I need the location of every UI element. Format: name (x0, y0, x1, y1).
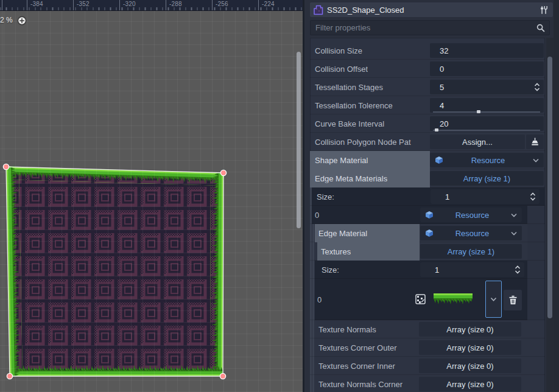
texture-normals-array-button[interactable]: Array (size 0) (419, 322, 521, 337)
edge-meta-materials-array-button[interactable]: Array (size 1) (430, 171, 544, 186)
point-handle-top-left[interactable] (3, 164, 9, 169)
spinbox-updown-icon[interactable] (534, 83, 540, 91)
property-row-collision-offset: Collision Offset 0 (310, 60, 545, 78)
delete-texture-button[interactable] (504, 290, 522, 310)
property-row-textures-corner-inner: Textures Corner Inner Array (size 0) (310, 357, 545, 375)
property-row-edge-meta-materials: Edge Meta Materials Array (size 1) (310, 169, 545, 187)
collision-offset-field[interactable]: 0 (430, 61, 544, 76)
point-handle-bottom-left[interactable] (7, 373, 12, 379)
texture-options-dropdown-button[interactable] (485, 281, 502, 318)
chevron-down-icon (511, 231, 517, 236)
point-handle-bottom-right[interactable] (220, 373, 225, 379)
property-label: Tessellation Stages (315, 83, 383, 92)
filter-properties-input[interactable]: Filter properties (310, 20, 550, 35)
ruler-label: -384 (30, 1, 43, 7)
horizontal-ruler: -384 -352 -320 -288 -256 -224 (0, 0, 303, 11)
edge-meta-item-resource-dropdown[interactable]: Resource (420, 208, 522, 222)
curve-bake-interval-field[interactable]: 20 (430, 116, 544, 131)
object-tools-button[interactable] (540, 5, 548, 15)
property-label: Tessellation Tolerence (315, 101, 393, 110)
slider-grabber[interactable] (435, 128, 438, 131)
ruler-label: -352 (77, 1, 90, 7)
tessellation-tolerence-value: 4 (440, 101, 444, 110)
slider-track[interactable] (433, 111, 540, 113)
resource-label: Resource (434, 211, 511, 220)
viewport-vertical-scrollbar[interactable] (297, 52, 301, 228)
property-label: Collision Polygon Node Pat (315, 138, 411, 147)
textures-size-field[interactable]: 1 (420, 262, 524, 277)
property-label: Texture Normals Corner (318, 380, 403, 389)
property-row-tessellation-tolerence: Tessellation Tolerence 4 (310, 96, 545, 114)
object-tools-icon (540, 5, 548, 15)
shape-fill (6, 167, 223, 376)
editor-window: -384 -352 -320 -288 -256 -224 2 % SS2D_S… (0, 0, 559, 392)
array-index-label: 0 (315, 211, 319, 220)
property-row-collision-polygon-node-path: Collision Polygon Node Pat Assign... (310, 133, 545, 151)
tessellation-stages-field[interactable]: 5 (430, 80, 544, 94)
slider-track[interactable] (433, 130, 540, 131)
property-row-curve-bake-interval: Curve Bake Interval 20 (310, 114, 545, 133)
shape-2d[interactable] (0, 0, 303, 392)
property-label: Textures Corner Inner (318, 362, 395, 371)
property-label: Edge Material (318, 229, 367, 238)
shape-edge-bottom (10, 363, 223, 376)
property-label: Collision Offset (315, 65, 368, 74)
filter-placeholder: Filter properties (315, 23, 370, 32)
resource-cube-icon (425, 229, 434, 237)
inspector-scrollbar-thumb[interactable] (547, 57, 552, 318)
array-size-label: Array (size 1) (448, 247, 494, 256)
panel-splitter[interactable] (303, 0, 304, 392)
array-size-label: Array (size 0) (446, 362, 493, 371)
property-label: Textures (321, 247, 351, 256)
chevron-down-icon (533, 158, 539, 163)
assign-node-path-button[interactable]: Assign... (430, 135, 525, 149)
assign-button-label: Assign... (462, 138, 493, 147)
chevron-down-icon (511, 213, 517, 217)
texture-normals-corner-array-button[interactable]: Array (size 0) (419, 377, 521, 391)
ruler-label: -256 (216, 1, 228, 7)
texture-file-icon (415, 294, 426, 304)
edge-material-resource-dropdown[interactable]: Resource (420, 226, 522, 240)
slider-grabber[interactable] (477, 110, 480, 113)
ss2d-shape-closed-icon (313, 5, 323, 15)
clear-node-path-button[interactable] (526, 135, 544, 149)
property-label: Textures Corner Outer (318, 343, 397, 352)
textures-array-button[interactable]: Array (size 1) (420, 244, 522, 259)
spinbox-updown-icon[interactable] (515, 265, 521, 274)
inspector-header: SS2D_Shape_Closed (310, 2, 553, 17)
property-label: Size: (317, 192, 334, 201)
chevron-down-icon (490, 297, 497, 302)
array-size-label: Array (size 0) (446, 380, 493, 389)
property-label: Size: (322, 265, 339, 275)
spinbox-updown-icon[interactable] (530, 192, 536, 201)
array-size-label: Array (size 0) (446, 325, 493, 334)
resource-cube-icon (425, 211, 434, 219)
collision-size-field[interactable]: 32 (430, 43, 544, 58)
edge-meta-size-value: 1 (445, 192, 449, 201)
tessellation-tolerence-field[interactable]: 4 (430, 98, 544, 113)
grass-texture-thumbnail[interactable] (434, 293, 473, 306)
textures-corner-outer-array-button[interactable]: Array (size 0) (419, 340, 521, 355)
property-row-texture-normals: Texture Normals Array (size 0) (310, 320, 545, 338)
inspected-node-title: SS2D_Shape_Closed (327, 5, 404, 15)
zoom-percent-label[interactable]: 2 % (0, 16, 13, 24)
edge-meta-size-field[interactable]: 1 (431, 189, 540, 204)
property-row-textures: Textures Array (size 1) (310, 242, 545, 261)
resource-label: Resource (434, 229, 511, 238)
add-point-icon[interactable] (17, 16, 27, 26)
textures-corner-inner-array-button[interactable]: Array (size 0) (419, 359, 521, 373)
resource-cube-icon (435, 156, 443, 164)
property-label: Shape Material (315, 156, 368, 165)
ruler-label: -320 (123, 1, 136, 7)
shape-material-resource-dropdown[interactable]: Resource (430, 153, 544, 167)
property-label: Curve Bake Interval (315, 119, 384, 128)
property-label: Edge Meta Materials (315, 174, 387, 183)
property-row-edge-meta-item-0: 0 Resource (310, 206, 545, 224)
property-label: Collision Size (315, 46, 362, 55)
property-row-edge-material: Edge Material Resource (310, 224, 545, 242)
tessellation-stages-value: 5 (440, 83, 444, 92)
property-row-textures-size: Size: 1 (310, 261, 545, 279)
array-size-label: Array (size 0) (446, 343, 493, 352)
point-handle-top-right[interactable] (220, 170, 226, 175)
ruler-label: -224 (262, 1, 275, 7)
